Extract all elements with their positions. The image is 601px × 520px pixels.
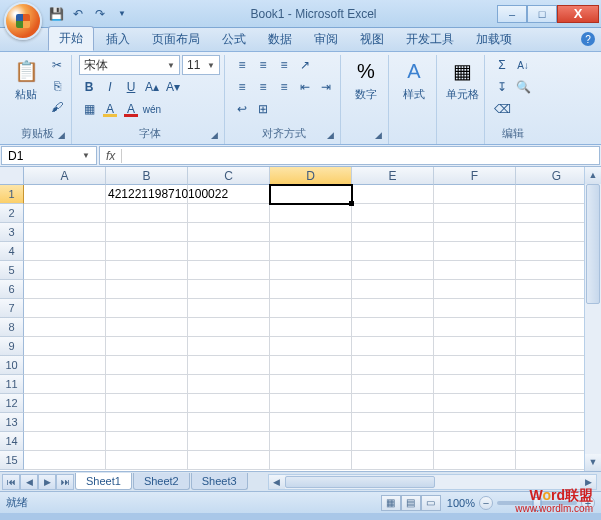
orientation-icon[interactable]: ↗ xyxy=(295,55,315,75)
cell[interactable] xyxy=(434,375,516,394)
cell[interactable] xyxy=(106,337,188,356)
cell[interactable]: 421221198710100022 xyxy=(106,185,188,204)
cell[interactable] xyxy=(24,413,106,432)
shrink-font-icon[interactable]: A▾ xyxy=(163,77,183,97)
paste-button[interactable]: 📋 粘贴 xyxy=(8,55,44,102)
cell[interactable] xyxy=(352,356,434,375)
tab-insert[interactable]: 插入 xyxy=(96,28,140,51)
cell[interactable] xyxy=(188,318,270,337)
cell[interactable] xyxy=(106,223,188,242)
column-header[interactable]: A xyxy=(24,167,106,185)
cell[interactable] xyxy=(434,261,516,280)
bold-button[interactable]: B xyxy=(79,77,99,97)
row-header[interactable]: 1 xyxy=(0,185,24,204)
indent-decrease-icon[interactable]: ⇤ xyxy=(295,77,315,97)
cell[interactable] xyxy=(352,451,434,470)
border-icon[interactable]: ▦ xyxy=(79,99,99,119)
cell[interactable] xyxy=(24,280,106,299)
scroll-up-icon[interactable]: ▲ xyxy=(585,167,601,184)
find-icon[interactable]: 🔍 xyxy=(513,77,533,97)
zoom-out-button[interactable]: − xyxy=(479,496,493,510)
cell[interactable] xyxy=(270,318,352,337)
cell[interactable] xyxy=(270,375,352,394)
copy-icon[interactable]: ⎘ xyxy=(47,76,67,96)
tab-view[interactable]: 视图 xyxy=(350,28,394,51)
cell[interactable] xyxy=(24,204,106,223)
cell[interactable] xyxy=(352,185,434,204)
column-header[interactable]: F xyxy=(434,167,516,185)
cell[interactable] xyxy=(270,280,352,299)
cell[interactable] xyxy=(188,432,270,451)
cell[interactable] xyxy=(352,413,434,432)
cell[interactable] xyxy=(434,451,516,470)
align-center-icon[interactable]: ≡ xyxy=(253,77,273,97)
column-header[interactable]: C xyxy=(188,167,270,185)
autosum-icon[interactable]: Σ xyxy=(492,55,512,75)
cell[interactable] xyxy=(24,375,106,394)
cell[interactable] xyxy=(24,242,106,261)
align-top-icon[interactable]: ≡ xyxy=(232,55,252,75)
tab-home[interactable]: 开始 xyxy=(48,26,94,51)
cell[interactable] xyxy=(352,318,434,337)
row-header[interactable]: 13 xyxy=(0,413,24,432)
view-pagelayout-icon[interactable]: ▤ xyxy=(401,495,421,511)
save-icon[interactable]: 💾 xyxy=(48,6,64,22)
cell[interactable] xyxy=(106,318,188,337)
cell[interactable] xyxy=(106,280,188,299)
cell[interactable] xyxy=(352,223,434,242)
cell[interactable] xyxy=(434,318,516,337)
align-bottom-icon[interactable]: ≡ xyxy=(274,55,294,75)
row-header[interactable]: 8 xyxy=(0,318,24,337)
cell[interactable] xyxy=(270,204,352,223)
tab-formulas[interactable]: 公式 xyxy=(212,28,256,51)
fill-icon[interactable]: ↧ xyxy=(492,77,512,97)
row-header[interactable]: 6 xyxy=(0,280,24,299)
grow-font-icon[interactable]: A▴ xyxy=(142,77,162,97)
cell[interactable] xyxy=(106,242,188,261)
cell[interactable] xyxy=(24,318,106,337)
scroll-thumb[interactable] xyxy=(285,476,435,488)
cell[interactable] xyxy=(24,451,106,470)
cell[interactable] xyxy=(352,204,434,223)
cell[interactable] xyxy=(270,242,352,261)
view-normal-icon[interactable]: ▦ xyxy=(381,495,401,511)
cell[interactable] xyxy=(352,242,434,261)
row-header[interactable]: 15 xyxy=(0,451,24,470)
cells-button[interactable]: ▦ 单元格 xyxy=(444,55,480,102)
cell[interactable] xyxy=(106,451,188,470)
sheet-tab-1[interactable]: Sheet1 xyxy=(75,473,132,490)
cell[interactable] xyxy=(106,204,188,223)
cell[interactable] xyxy=(352,394,434,413)
cell[interactable] xyxy=(106,432,188,451)
cell[interactable] xyxy=(24,185,106,204)
row-header[interactable]: 5 xyxy=(0,261,24,280)
cell[interactable] xyxy=(352,299,434,318)
cell[interactable] xyxy=(188,299,270,318)
scroll-thumb[interactable] xyxy=(586,184,600,304)
cell[interactable] xyxy=(434,432,516,451)
scroll-down-icon[interactable]: ▼ xyxy=(585,454,601,471)
cell[interactable] xyxy=(188,375,270,394)
fill-color-icon[interactable]: A xyxy=(100,99,120,119)
column-header[interactable]: E xyxy=(352,167,434,185)
cell[interactable] xyxy=(24,394,106,413)
align-right-icon[interactable]: ≡ xyxy=(274,77,294,97)
cell[interactable] xyxy=(352,280,434,299)
tab-review[interactable]: 审阅 xyxy=(304,28,348,51)
cell[interactable] xyxy=(24,356,106,375)
row-header[interactable]: 12 xyxy=(0,394,24,413)
cell[interactable] xyxy=(434,280,516,299)
help-icon[interactable]: ? xyxy=(581,32,595,46)
cell[interactable] xyxy=(188,337,270,356)
cell[interactable] xyxy=(352,337,434,356)
office-button[interactable] xyxy=(4,2,42,40)
cell[interactable] xyxy=(188,394,270,413)
cell[interactable] xyxy=(270,185,352,204)
close-button[interactable]: X xyxy=(557,5,599,23)
minimize-button[interactable]: – xyxy=(497,5,527,23)
cell[interactable] xyxy=(434,337,516,356)
cell[interactable] xyxy=(188,413,270,432)
cell[interactable] xyxy=(106,261,188,280)
redo-icon[interactable]: ↷ xyxy=(92,6,108,22)
cell[interactable] xyxy=(106,394,188,413)
